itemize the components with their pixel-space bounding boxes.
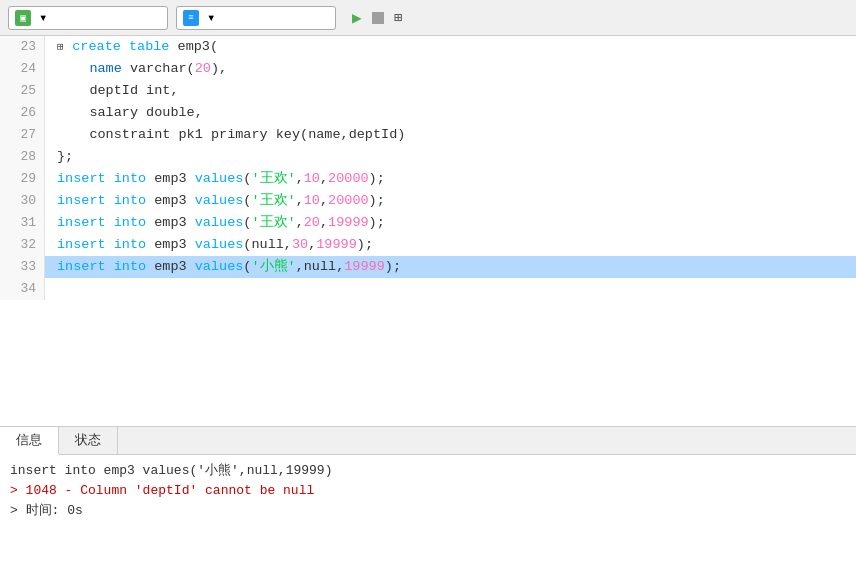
token-plain: emp3: [146, 215, 195, 230]
explain-button[interactable]: ⊞: [394, 9, 406, 26]
token-kw: into: [114, 215, 146, 230]
token-plain: );: [369, 215, 385, 230]
token-kw: insert: [57, 259, 106, 274]
token-plain: emp3: [146, 259, 195, 274]
output-tab[interactable]: 信息: [0, 427, 59, 455]
db1-chevron-icon: ▾: [39, 9, 47, 26]
expand-icon[interactable]: ⊞: [57, 41, 70, 53]
line-number: 32: [0, 234, 45, 256]
token-kw: into: [114, 171, 146, 186]
token-plain: emp3: [146, 171, 195, 186]
token-kw: insert: [57, 237, 106, 252]
token-plain: };: [57, 149, 73, 164]
token-plain: emp3(: [169, 39, 218, 54]
token-plain: deptId int,: [57, 83, 179, 98]
token-num: 20: [304, 215, 320, 230]
code-line: 30insert into emp3 values('王欢',10,20000)…: [0, 190, 856, 212]
token-str: '王欢': [251, 193, 295, 208]
db2-selector[interactable]: ≡ ▾: [176, 6, 336, 30]
code-line: 34: [0, 278, 856, 300]
db1-selector[interactable]: ▣ ▾: [8, 6, 168, 30]
line-number: 25: [0, 80, 45, 102]
token-plain: emp3: [146, 237, 195, 252]
token-num: 30: [292, 237, 308, 252]
run-button[interactable]: ▶: [352, 8, 366, 28]
output-tabs: 信息状态: [0, 427, 856, 455]
line-number: 34: [0, 278, 45, 300]
code-line: 28};: [0, 146, 856, 168]
token-plain: salary double,: [57, 105, 203, 120]
token-plain: [106, 237, 114, 252]
line-number: 26: [0, 102, 45, 124]
token-plain: ,null,: [296, 259, 345, 274]
token-kw: into: [114, 237, 146, 252]
token-kw: values: [195, 237, 244, 252]
token-plain: ,: [296, 171, 304, 186]
token-kw: table: [129, 39, 170, 54]
token-plain: [106, 259, 114, 274]
token-num: 20000: [328, 193, 369, 208]
line-number: 30: [0, 190, 45, 212]
token-plain: ),: [211, 61, 227, 76]
line-number: 31: [0, 212, 45, 234]
code-editor[interactable]: 23⊞ create table emp3(24 name varchar(20…: [0, 36, 856, 426]
line-number: 28: [0, 146, 45, 168]
code-area: 23⊞ create table emp3(24 name varchar(20…: [0, 36, 856, 426]
token-kw2: name: [89, 61, 121, 76]
token-kw: values: [195, 215, 244, 230]
line-content: insert into emp3 values('王欢',20,19999);: [45, 212, 856, 234]
line-number: 24: [0, 58, 45, 80]
line-content: salary double,: [45, 102, 856, 124]
line-content: insert into emp3 values('王欢',10,20000);: [45, 168, 856, 190]
line-content: };: [45, 146, 856, 168]
stop-button[interactable]: [372, 12, 388, 24]
token-plain: [106, 171, 114, 186]
token-kw: create: [72, 39, 121, 54]
token-plain: ,: [296, 215, 304, 230]
line-content: insert into emp3 values(null,30,19999);: [45, 234, 856, 256]
line-number: 33: [0, 256, 45, 278]
token-num: 10: [304, 193, 320, 208]
line-number: 27: [0, 124, 45, 146]
line-content: deptId int,: [45, 80, 856, 102]
code-line: 29insert into emp3 values('王欢',10,20000)…: [0, 168, 856, 190]
code-line: 32insert into emp3 values(null,30,19999)…: [0, 234, 856, 256]
token-kw: values: [195, 193, 244, 208]
line-number: 23: [0, 36, 45, 58]
output-tab[interactable]: 状态: [59, 427, 118, 454]
code-line: 27 constraint pk1 primary key(name,deptI…: [0, 124, 856, 146]
line-content: constraint pk1 primary key(name,deptId): [45, 124, 856, 146]
token-kw: into: [114, 259, 146, 274]
token-plain: );: [385, 259, 401, 274]
token-plain: ,: [320, 171, 328, 186]
output-line: insert into emp3 values('小熊',null,19999): [10, 461, 846, 481]
code-line: 24 name varchar(20),: [0, 58, 856, 80]
line-content: name varchar(20),: [45, 58, 856, 80]
token-kw: values: [195, 171, 244, 186]
token-plain: [57, 61, 89, 76]
output-line: > 1048 - Column 'deptId' cannot be null: [10, 481, 846, 501]
play-icon: ▶: [352, 8, 362, 28]
db2-chevron-icon: ▾: [207, 9, 215, 26]
token-kw: insert: [57, 171, 106, 186]
explain-icon: ⊞: [394, 9, 402, 26]
toolbar-actions: ▶ ⊞: [352, 8, 406, 28]
token-plain: [106, 193, 114, 208]
token-num: 19999: [316, 237, 357, 252]
line-content: [45, 278, 856, 300]
token-plain: [106, 215, 114, 230]
line-content: insert into emp3 values('小熊',null,19999)…: [45, 256, 856, 278]
token-num: 20000: [328, 171, 369, 186]
code-line: 26 salary double,: [0, 102, 856, 124]
token-plain: [121, 39, 129, 54]
token-str: '王欢': [251, 171, 295, 186]
token-kw: into: [114, 193, 146, 208]
token-plain: (null,: [243, 237, 292, 252]
token-plain: varchar(: [122, 61, 195, 76]
token-kw: values: [195, 259, 244, 274]
token-plain: );: [357, 237, 373, 252]
bottom-panel: 信息状态 insert into emp3 values('小熊',null,1…: [0, 426, 856, 571]
line-content: ⊞ create table emp3(: [45, 36, 856, 58]
xl-db-icon: ≡: [183, 10, 199, 26]
output-area: insert into emp3 values('小熊',null,19999)…: [0, 455, 856, 571]
